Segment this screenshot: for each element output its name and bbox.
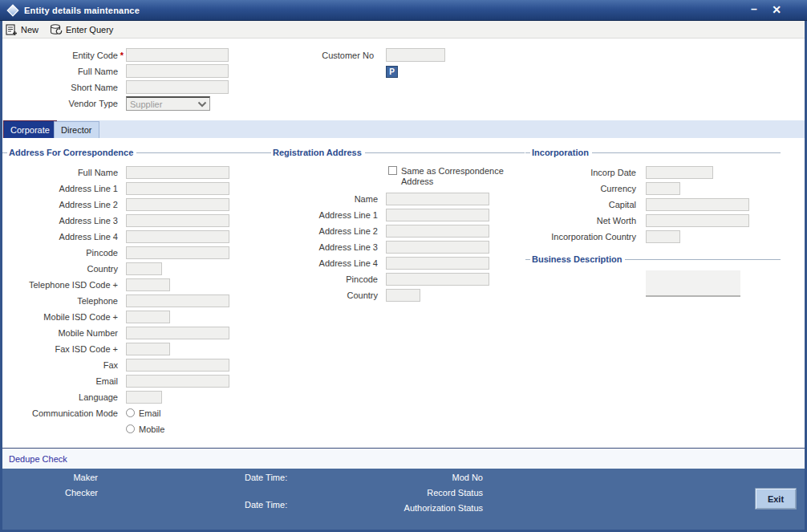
section-correspondence-header: Address For Correspondence bbox=[2, 147, 266, 158]
section-registration-header: Registration Address bbox=[266, 147, 525, 158]
section-registration-title: Registration Address bbox=[273, 148, 365, 157]
corr-telephone-row: Telephone bbox=[0, 294, 229, 307]
reg-name-input[interactable] bbox=[386, 193, 489, 205]
corr-mobile-number-input[interactable] bbox=[126, 327, 229, 339]
reg-address2-input[interactable] bbox=[386, 225, 489, 238]
exit-button[interactable]: Exit bbox=[755, 488, 797, 510]
corr-address4-label: Address Line 4 bbox=[0, 232, 118, 242]
reg-address3-row: Address Line 3 bbox=[265, 240, 489, 254]
section-incorporation-title: Incorporation bbox=[532, 148, 592, 157]
vendor-type-select[interactable]: Supplier bbox=[126, 96, 210, 111]
date-time-label-2: Date Time: bbox=[245, 500, 287, 510]
reg-name-row: Name bbox=[265, 192, 489, 205]
entity-code-input[interactable] bbox=[126, 48, 229, 62]
net-worth-input[interactable] bbox=[646, 214, 749, 227]
capital-label: Capital bbox=[525, 200, 636, 209]
reg-address1-input[interactable] bbox=[386, 209, 489, 221]
enter-query-icon bbox=[50, 24, 63, 35]
vendor-type-label: Vendor Type bbox=[0, 99, 118, 108]
corr-fax-input[interactable] bbox=[126, 359, 229, 372]
vendor-type-row: Vendor Type Supplier bbox=[0, 96, 210, 111]
chevron-down-icon bbox=[197, 101, 207, 108]
tab-bar: Corporate Director bbox=[2, 120, 805, 138]
corr-address4-input[interactable] bbox=[126, 230, 229, 243]
new-button[interactable]: New bbox=[6, 24, 39, 35]
reg-country-input[interactable] bbox=[386, 289, 420, 302]
corr-pincode-label: Pincode bbox=[0, 248, 118, 258]
incorp-date-input[interactable] bbox=[646, 166, 713, 179]
communication-mode-row2: Mobile bbox=[0, 422, 164, 436]
corr-fax-isd-input[interactable] bbox=[126, 343, 170, 355]
same-as-checkbox[interactable] bbox=[388, 166, 397, 175]
corr-address2-row: Address Line 2 bbox=[0, 197, 229, 211]
minimize-icon[interactable]: – bbox=[748, 2, 760, 15]
vendor-type-value: Supplier bbox=[130, 99, 162, 109]
corr-mobile-number-row: Mobile Number bbox=[0, 326, 229, 339]
corr-address1-label: Address Line 1 bbox=[0, 184, 118, 193]
corr-full-name-label: Full Name bbox=[0, 168, 118, 177]
full-name-input[interactable] bbox=[126, 64, 229, 78]
corr-address2-input[interactable] bbox=[126, 198, 229, 211]
reg-address4-row: Address Line 4 bbox=[265, 256, 489, 270]
corr-mobile-number-label: Mobile Number bbox=[0, 328, 118, 338]
customer-pickup-button[interactable]: P bbox=[386, 66, 398, 78]
incorporation-country-input[interactable] bbox=[646, 230, 680, 243]
corr-fax-isd-label: Fax ISD Code + bbox=[0, 344, 118, 354]
corr-country-input[interactable] bbox=[126, 262, 162, 275]
customer-no-input[interactable] bbox=[386, 48, 445, 62]
corr-full-name-input[interactable] bbox=[126, 166, 229, 179]
tab-corporate[interactable]: Corporate bbox=[3, 120, 57, 138]
communication-mode-row: Communication Mode Email bbox=[0, 406, 161, 420]
corr-language-input[interactable] bbox=[126, 391, 162, 404]
full-name-row: Full Name bbox=[0, 64, 229, 78]
section-incorporation-header: Incorporation bbox=[525, 147, 781, 158]
corr-tel-isd-row: Telephone ISD Code + bbox=[0, 278, 170, 291]
corr-pincode-input[interactable] bbox=[126, 246, 229, 259]
email-radio[interactable] bbox=[126, 408, 135, 417]
corr-address4-row: Address Line 4 bbox=[0, 229, 229, 243]
corr-full-name-row: Full Name bbox=[0, 165, 229, 179]
same-as-label: Same as Correspondence Address bbox=[401, 166, 525, 187]
entity-code-label: Entity Code bbox=[0, 51, 118, 60]
close-icon[interactable]: ✕ bbox=[770, 3, 783, 16]
corr-mobile-isd-input[interactable] bbox=[126, 311, 170, 323]
reg-pincode-row: Pincode bbox=[265, 272, 489, 286]
mobile-radio-label: Mobile bbox=[139, 424, 164, 434]
enter-query-button[interactable]: Enter Query bbox=[50, 24, 113, 35]
same-as-correspondence-option[interactable]: Same as Correspondence Address bbox=[388, 166, 525, 187]
corr-email-input[interactable] bbox=[126, 375, 229, 388]
checker-label: Checker bbox=[2, 488, 98, 497]
currency-label: Currency bbox=[525, 184, 636, 193]
tab-director[interactable]: Director bbox=[54, 121, 99, 138]
currency-input[interactable] bbox=[646, 182, 680, 195]
reg-address4-input[interactable] bbox=[386, 257, 489, 270]
communication-mode-email-option[interactable]: Email bbox=[126, 408, 161, 418]
dedupe-check-link[interactable]: Dedupe Check bbox=[9, 454, 67, 464]
short-name-input[interactable] bbox=[126, 80, 229, 94]
app-diamond-icon bbox=[6, 4, 19, 17]
business-description-textarea[interactable] bbox=[646, 270, 740, 297]
corr-address2-label: Address Line 2 bbox=[0, 200, 118, 209]
record-status-label: Record Status bbox=[322, 488, 483, 497]
capital-row: Capital bbox=[525, 197, 749, 211]
corr-address3-input[interactable] bbox=[126, 214, 229, 227]
incorp-date-label: Incorp Date bbox=[525, 168, 636, 177]
corr-tel-isd-input[interactable] bbox=[126, 278, 170, 291]
enter-query-button-label: Enter Query bbox=[66, 25, 113, 35]
reg-name-label: Name bbox=[265, 194, 378, 204]
capital-input[interactable] bbox=[646, 198, 749, 211]
corr-telephone-input[interactable] bbox=[126, 294, 229, 307]
email-radio-label: Email bbox=[139, 408, 161, 418]
mobile-radio[interactable] bbox=[126, 424, 135, 433]
net-worth-label: Net Worth bbox=[525, 216, 636, 225]
dedupe-bar: Dedupe Check bbox=[2, 448, 805, 469]
title-bar: Entity details maintenance – ✕ bbox=[0, 0, 807, 21]
reg-address4-label: Address Line 4 bbox=[265, 258, 378, 268]
communication-mode-mobile-option[interactable]: Mobile bbox=[126, 424, 164, 434]
reg-address1-label: Address Line 1 bbox=[265, 210, 378, 220]
corr-address1-input[interactable] bbox=[126, 182, 229, 195]
corr-telephone-label: Telephone bbox=[0, 296, 118, 306]
reg-pincode-input[interactable] bbox=[386, 273, 489, 286]
reg-address3-input[interactable] bbox=[386, 241, 489, 254]
corr-language-row: Language bbox=[0, 390, 162, 404]
